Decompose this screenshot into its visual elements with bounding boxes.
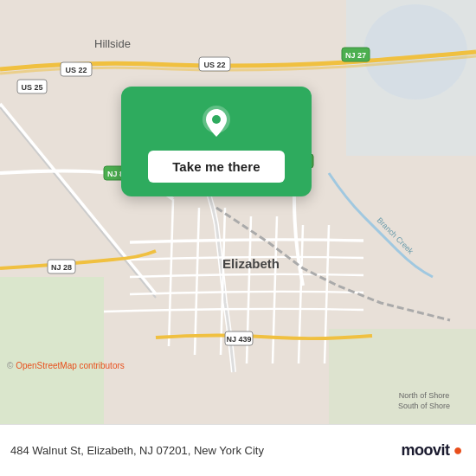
bottom-bar: 484 Walnut St, Elizabeth, NJ 07201, New …	[0, 424, 476, 476]
svg-text:US 22: US 22	[65, 66, 87, 74]
svg-text:NJ 27: NJ 27	[345, 51, 366, 60]
address-section: 484 Walnut St, Elizabeth, NJ 07201, New …	[10, 444, 402, 457]
svg-rect-3	[0, 277, 104, 424]
svg-point-25	[212, 115, 221, 124]
osm-link: OpenStreetMap contributors	[16, 361, 125, 370]
moovit-logo: moovit ●	[402, 441, 462, 460]
svg-text:North of Shore: North of Shore	[399, 391, 450, 400]
address-text: 484 Walnut St, Elizabeth, NJ 07201, New …	[10, 444, 264, 457]
city-label: Elizabeth	[222, 256, 280, 271]
location-card: Take me there	[121, 87, 312, 196]
map-container: US 22 US 22 NJ 27 NJ 82 NJ 81	[0, 0, 476, 424]
moovit-text: moovit	[402, 441, 450, 460]
svg-text:US 22: US 22	[203, 61, 225, 69]
hillside-label: Hillside	[94, 37, 131, 50]
pin-icon	[197, 104, 235, 142]
svg-text:NJ 439: NJ 439	[226, 335, 251, 344]
take-me-there-button[interactable]: Take me there	[148, 151, 285, 183]
moovit-dot-icon: ●	[453, 441, 462, 460]
svg-text:NJ 28: NJ 28	[51, 263, 72, 272]
svg-text:South of Shore: South of Shore	[398, 402, 450, 410]
svg-text:US 25: US 25	[21, 83, 42, 92]
osm-credit: © OpenStreetMap contributors	[7, 361, 125, 370]
